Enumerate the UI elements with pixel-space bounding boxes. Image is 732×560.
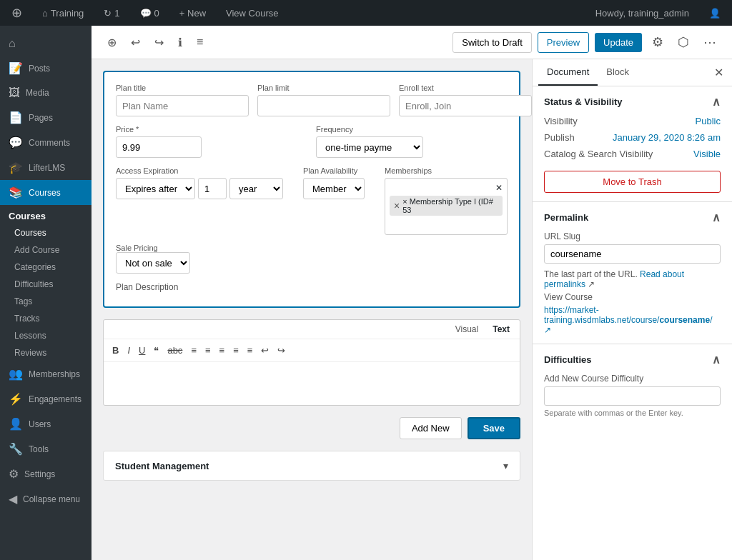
- align-right-button[interactable]: ≡: [244, 344, 256, 357]
- plan-limit-input[interactable]: [257, 95, 390, 116]
- undo-text-button[interactable]: ↩: [258, 344, 272, 357]
- switch-to-draft-button[interactable]: Switch to Draft: [452, 32, 532, 53]
- collapse-icon: ◀: [9, 492, 17, 506]
- plan-actions: Add New Save: [103, 417, 520, 439]
- undo-button[interactable]: ↩: [127, 33, 144, 52]
- sidebar-item-posts[interactable]: 📝 Posts: [0, 56, 92, 81]
- sidebar-sub-courses[interactable]: Courses: [0, 224, 92, 241]
- avatar[interactable]: 👤: [703, 8, 726, 19]
- plan-availability-select[interactable]: Member Open: [303, 178, 365, 199]
- publish-field-value[interactable]: January 29, 2020 8:26 am: [613, 132, 721, 143]
- plan-description-label: Plan Description: [116, 282, 508, 292]
- memberships-label: Memberships: [385, 166, 508, 175]
- sidebar-item-engagements[interactable]: ⚡ Engagements: [0, 386, 92, 411]
- sale-pricing-select[interactable]: Not on sale On sale: [116, 252, 190, 274]
- posts-icon: 📝: [9, 61, 23, 75]
- plan-limit-column-header: Plan limit: [257, 84, 390, 92]
- plan-name-column-header: Plan title: [116, 84, 249, 92]
- sidebar-item-lifterlms[interactable]: 🎓 LifterLMS: [0, 155, 92, 180]
- add-block-button[interactable]: ⊕: [103, 33, 121, 52]
- move-to-trash-button[interactable]: Move to Trash: [544, 171, 721, 193]
- dashboard-icon: ⌂: [9, 37, 16, 50]
- comments-item[interactable]: 💬 0: [134, 8, 165, 19]
- sidebar-sub-lessons[interactable]: Lessons: [0, 327, 92, 344]
- admin-bar: ⊕ ⌂ Training ↻ 1 💬 0 + New View Course H…: [0, 0, 732, 26]
- frequency-select[interactable]: one-time payme monthly yearly: [316, 136, 423, 158]
- expiry-unit-select[interactable]: year month week day: [229, 178, 283, 199]
- sidebar-item-dashboard[interactable]: ⌂: [0, 31, 92, 56]
- permalink-toggle[interactable]: ∧: [712, 211, 721, 224]
- list-view-button[interactable]: ≡: [192, 33, 207, 51]
- redo-button[interactable]: ↪: [150, 33, 168, 52]
- new-button[interactable]: + New: [174, 8, 212, 19]
- sync-item[interactable]: ↻ 1: [98, 8, 125, 19]
- preview-button[interactable]: Preview: [538, 32, 589, 53]
- right-panel-tabs: Document Block ✕: [533, 59, 732, 86]
- sidebar-sub-categories[interactable]: Categories: [0, 259, 92, 276]
- wp-logo[interactable]: ⊕: [6, 5, 28, 21]
- save-button[interactable]: Save: [468, 417, 520, 439]
- more-options-button[interactable]: ⋯: [699, 31, 721, 53]
- sidebar-sub-add-course[interactable]: Add Course: [0, 241, 92, 259]
- align-center-button[interactable]: ≡: [230, 344, 242, 357]
- status-visibility-toggle[interactable]: ∧: [712, 95, 721, 109]
- course-url-link[interactable]: https://market-training.wisdmlabs.net/co…: [544, 305, 712, 335]
- visibility-field-value[interactable]: Public: [696, 116, 721, 126]
- memberships-icon: 👥: [9, 367, 23, 381]
- sidebar-item-users[interactable]: 👤 Users: [0, 411, 92, 436]
- expiry-number-input[interactable]: [198, 178, 227, 199]
- underline-button[interactable]: U: [136, 344, 148, 357]
- italic-button[interactable]: I: [124, 344, 133, 357]
- unordered-list-button[interactable]: ≡: [188, 344, 199, 357]
- plan-name-input[interactable]: [116, 95, 249, 116]
- sidebar-sub-tags[interactable]: Tags: [0, 293, 92, 310]
- sidebar-item-comments[interactable]: 💬 Comments: [0, 130, 92, 155]
- users-icon: 👤: [9, 417, 23, 431]
- student-management[interactable]: Student Management ▾: [103, 451, 520, 481]
- sidebar-item-memberships[interactable]: 👥 Memberships: [0, 361, 92, 386]
- sidebar-item-pages[interactable]: 📄 Pages: [0, 105, 92, 130]
- sidebar-sub-difficulties[interactable]: Difficulties: [0, 276, 92, 293]
- redo-text-button[interactable]: ↪: [274, 344, 288, 357]
- difficulty-hint: Separate with commas or the Enter key.: [544, 409, 721, 417]
- sidebar-item-settings[interactable]: ⚙ Settings: [0, 461, 92, 486]
- sidebar-item-media[interactable]: 🖼 Media: [0, 81, 92, 105]
- permalink-header-label: Permalink: [544, 212, 588, 223]
- expires-after-select[interactable]: Expires after Lifetime: [116, 178, 195, 199]
- view-course-adminbar[interactable]: View Course: [220, 8, 284, 19]
- text-tab[interactable]: Text: [488, 323, 514, 336]
- sidebar-sub-tracks[interactable]: Tracks: [0, 310, 92, 327]
- blockquote-button[interactable]: ❝: [151, 344, 162, 357]
- difficulty-input[interactable]: [544, 386, 721, 406]
- url-slug-input[interactable]: [544, 244, 721, 264]
- memberships-box[interactable]: ✕ × × Membership Type I (ID# 53: [385, 178, 508, 235]
- sidebar-item-tools[interactable]: 🔧 Tools: [0, 436, 92, 461]
- sidebar-sub-reviews[interactable]: Reviews: [0, 344, 92, 361]
- visual-tab[interactable]: Visual: [451, 323, 483, 336]
- sidebar-item-courses[interactable]: 📚 Courses: [0, 180, 92, 205]
- add-new-button[interactable]: Add New: [400, 417, 462, 439]
- pages-icon: 📄: [9, 111, 23, 124]
- document-tab[interactable]: Document: [538, 59, 598, 86]
- memberships-close[interactable]: ✕: [495, 183, 503, 193]
- price-input[interactable]: [116, 136, 202, 158]
- info-button[interactable]: ℹ: [174, 33, 187, 52]
- update-button[interactable]: Update: [595, 33, 642, 52]
- catalog-field-value[interactable]: Visible: [693, 149, 721, 159]
- text-area-body[interactable]: [104, 362, 520, 405]
- align-left-button[interactable]: ≡: [217, 344, 228, 357]
- sidebar-collapse[interactable]: ◀ Collapse menu: [0, 486, 92, 511]
- tag-remove-button[interactable]: ×: [394, 200, 400, 211]
- ordered-list-button[interactable]: ≡: [202, 344, 214, 357]
- difficulties-toggle[interactable]: ∧: [712, 353, 721, 366]
- block-tab[interactable]: Block: [598, 59, 638, 86]
- patterns-button[interactable]: ⬡: [673, 31, 693, 53]
- bold-button[interactable]: B: [109, 344, 122, 357]
- text-editor-tabs: Visual Text: [104, 320, 520, 339]
- catalog-field-label: Catalog & Search Visibility: [544, 149, 653, 159]
- right-panel-close-button[interactable]: ✕: [711, 63, 726, 82]
- strikethrough-button[interactable]: abc: [164, 344, 185, 357]
- settings-panel-button[interactable]: ⚙: [648, 31, 668, 53]
- enroll-join-input[interactable]: [399, 95, 532, 116]
- site-name[interactable]: ⌂ Training: [36, 8, 89, 19]
